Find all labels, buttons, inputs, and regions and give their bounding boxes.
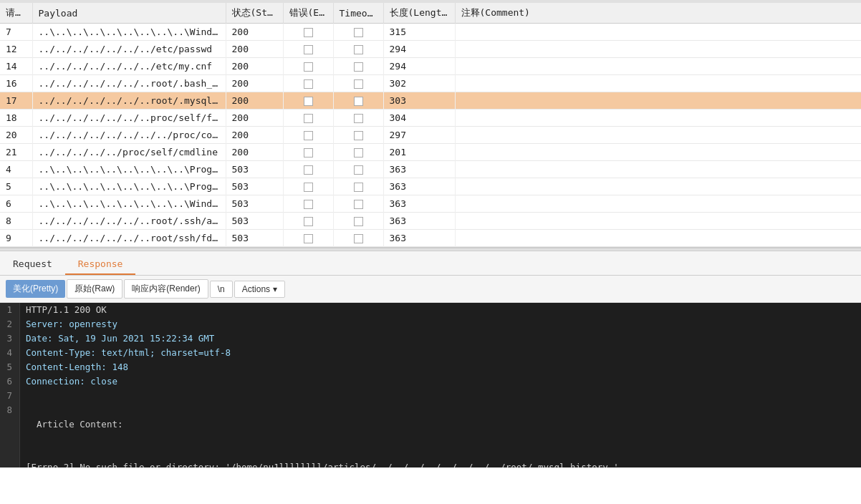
response-area[interactable]: 1HTTP/1.1 200 OK2Server: openresty3Date:… [0, 303, 861, 467]
response-line: 8 [0, 403, 861, 417]
timeout-checkbox[interactable] [354, 183, 363, 192]
col-header-error[interactable]: 错误(Err... [283, 3, 333, 24]
col-header-comment[interactable]: 注释(Comment) [455, 3, 861, 24]
timeout-checkbox[interactable] [354, 148, 363, 158]
cell-error [283, 161, 333, 178]
timeout-checkbox[interactable] [354, 200, 363, 209]
table-row[interactable]: 4..\..\..\..\..\..\..\..\..\Program F...… [0, 161, 861, 178]
cell-status: 200 [226, 92, 283, 110]
cell-payload: ..\..\..\..\..\..\..\..\..\Windows\... [32, 24, 226, 41]
render-button[interactable]: 响应内容(Render) [124, 279, 208, 299]
col-header-length[interactable]: 长度(Lengt... [383, 3, 455, 24]
col-header-payload[interactable]: Payload [32, 3, 226, 24]
tab-response[interactable]: Response [65, 254, 136, 275]
response-line: [Errno 2] No such file or directory: '/h… [0, 460, 861, 467]
timeout-checkbox[interactable] [354, 97, 363, 106]
table-row[interactable]: 9../../../../../../..root/ssh/fd_re...50… [0, 230, 861, 247]
error-checkbox[interactable] [304, 183, 313, 192]
table-row[interactable]: 16../../../../../../..root/.bash_his...2… [0, 75, 861, 92]
cell-id: 20 [0, 127, 32, 144]
cell-status: 503 [226, 161, 283, 178]
cell-length: 363 [383, 161, 455, 178]
timeout-checkbox[interactable] [354, 165, 363, 175]
timeout-checkbox[interactable] [354, 79, 363, 89]
line-content: Article Content: [20, 417, 861, 432]
table-row[interactable]: 5..\..\..\..\..\..\..\..\..\Program F...… [0, 178, 861, 195]
cell-status: 200 [226, 75, 283, 92]
table-row[interactable]: 18../../../../../../..proc/self/fd/f...2… [0, 110, 861, 127]
line-content: [Errno 2] No such file or directory: '/h… [20, 460, 861, 467]
actions-button[interactable]: Actions ▾ [234, 281, 285, 298]
cell-payload: ..\..\..\..\..\..\..\..\..\Program F... [32, 178, 226, 195]
raw-button[interactable]: 原始(Raw) [67, 279, 122, 299]
error-checkbox[interactable] [304, 79, 313, 89]
cell-status: 200 [226, 110, 283, 127]
col-header-id[interactable]: 请求(Requ... [0, 3, 32, 24]
timeout-checkbox[interactable] [354, 114, 363, 123]
error-checkbox[interactable] [304, 28, 313, 37]
error-checkbox[interactable] [304, 131, 313, 140]
timeout-checkbox[interactable] [354, 62, 363, 72]
col-header-timeout[interactable]: Timeout [333, 3, 383, 24]
error-checkbox[interactable] [304, 97, 313, 106]
timeout-checkbox[interactable] [354, 131, 363, 140]
cell-error [283, 75, 333, 92]
cell-length: 294 [383, 58, 455, 75]
cell-comment [455, 144, 861, 161]
pretty-button[interactable]: 美化(Pretty) [6, 280, 65, 298]
table-row[interactable]: 20../../../../../../../../proc/config.gz… [0, 127, 861, 144]
cell-length: 363 [383, 213, 455, 230]
cell-length: 303 [383, 92, 455, 110]
error-checkbox[interactable] [304, 200, 313, 209]
cell-payload: ..\..\..\..\..\..\..\..\..\Windows\... [32, 195, 226, 213]
cell-status: 503 [226, 178, 283, 195]
cell-length: 201 [383, 144, 455, 161]
error-checkbox[interactable] [304, 148, 313, 158]
error-checkbox[interactable] [304, 62, 313, 72]
cell-error [283, 213, 333, 230]
response-toolbar: 美化(Pretty) 原始(Raw) 响应内容(Render) \n Actio… [0, 276, 861, 303]
line-content [20, 446, 861, 460]
line-number: 7 [0, 389, 20, 403]
timeout-checkbox[interactable] [354, 45, 363, 54]
timeout-checkbox[interactable] [354, 234, 363, 243]
table-row[interactable]: 17../../../../../../..root/.mysql_hi...2… [0, 92, 861, 110]
error-checkbox[interactable] [304, 45, 313, 54]
line-content: HTTP/1.1 200 OK [20, 303, 861, 317]
cell-length: 294 [383, 41, 455, 58]
table-row[interactable]: 7..\..\..\..\..\..\..\..\..\Windows\...2… [0, 24, 861, 41]
table-row[interactable]: 6..\..\..\..\..\..\..\..\..\Windows\...5… [0, 195, 861, 213]
results-table: 请求(Requ... Payload 状态(Sta... ▲ 错误(Err...… [0, 3, 861, 247]
cell-comment [455, 110, 861, 127]
timeout-checkbox[interactable] [354, 28, 363, 37]
cell-comment [455, 195, 861, 213]
cell-timeout [333, 230, 383, 247]
cell-error [283, 41, 333, 58]
cell-id: 5 [0, 178, 32, 195]
newline-button[interactable]: \n [210, 281, 233, 298]
cell-id: 18 [0, 110, 32, 127]
line-content: Content-Length: 148 [20, 360, 861, 374]
cell-status: 503 [226, 213, 283, 230]
cell-payload: ../../../../../../..proc/self/fd/f... [32, 110, 226, 127]
line-number [0, 417, 20, 432]
table-row[interactable]: 21../../../../../proc/self/cmdline200201 [0, 144, 861, 161]
tab-request[interactable]: Request [0, 254, 65, 275]
col-header-status[interactable]: 状态(Sta... ▲ [226, 3, 283, 24]
table-row[interactable]: 14../../../../../../../etc/my.cnf200294 [0, 58, 861, 75]
cell-status: 503 [226, 230, 283, 247]
error-checkbox[interactable] [304, 234, 313, 243]
table-header-row: 请求(Requ... Payload 状态(Sta... ▲ 错误(Err...… [0, 3, 861, 24]
error-checkbox[interactable] [304, 114, 313, 123]
timeout-checkbox[interactable] [354, 217, 363, 226]
table-row[interactable]: 12../../../../../../../etc/passwd200294 [0, 41, 861, 58]
cell-timeout [333, 24, 383, 41]
table-row[interactable]: 8../../../../../../..root/.ssh/aut...503… [0, 213, 861, 230]
cell-id: 21 [0, 144, 32, 161]
line-content: Date: Sat, 19 Jun 2021 15:22:34 GMT [20, 331, 861, 346]
cell-timeout [333, 144, 383, 161]
line-content [20, 403, 861, 417]
response-line: Article Content: [0, 417, 861, 432]
error-checkbox[interactable] [304, 217, 313, 226]
error-checkbox[interactable] [304, 165, 313, 175]
